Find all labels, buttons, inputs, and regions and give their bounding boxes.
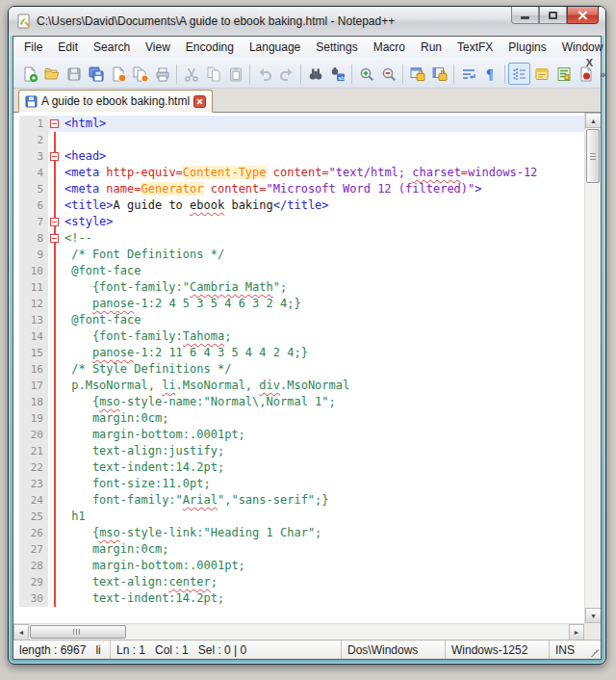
save-button[interactable] (63, 63, 85, 85)
open-file-button[interactable] (40, 63, 63, 85)
editor[interactable]: 1<html>23<head>4<meta http-equiv=Content… (13, 113, 601, 640)
menu-window[interactable]: Window (554, 39, 611, 56)
menubar-close-x[interactable]: X (586, 58, 593, 68)
scroll-left-arrow[interactable]: ◄ (13, 624, 29, 640)
editor-line[interactable]: 24 font-family:"Arial","sans-serif";} (13, 492, 584, 509)
editor-line[interactable]: 22 text-indent:14.2pt; (13, 459, 584, 476)
editor-line[interactable]: 18 {mso-style-name:"Normal\,Normal 1"; (13, 394, 584, 410)
paste-button[interactable] (224, 63, 246, 85)
copy-button[interactable] (202, 63, 224, 85)
editor-line[interactable]: 23 font-size:11.0pt; (13, 476, 584, 492)
tab-close-icon[interactable] (193, 95, 206, 108)
menu-encoding[interactable]: Encoding (178, 39, 242, 56)
editor-line[interactable]: 30 text-indent:14.2pt; (13, 590, 584, 607)
menu-plugins[interactable]: Plugins (500, 39, 553, 56)
editor-line[interactable]: 25 h1 (13, 509, 584, 525)
scroll-up-arrow[interactable]: ▲ (585, 113, 601, 128)
save-all-button[interactable] (85, 63, 107, 85)
editor-line[interactable]: 8<!-- (13, 230, 584, 247)
resize-grip[interactable] (587, 641, 601, 659)
minimize-button[interactable] (511, 7, 539, 24)
fold-collapse-icon[interactable] (50, 234, 59, 243)
line-number: 23 (19, 476, 48, 492)
status-eol-format[interactable]: Dos\Windows (341, 641, 445, 659)
fold-margin-cell[interactable] (48, 116, 62, 132)
status-insert-mode[interactable]: INS (549, 641, 587, 659)
editor-line[interactable]: 11 {font-family:"Cambria Math"; (13, 279, 584, 296)
menu-view[interactable]: View (138, 39, 178, 56)
editor-line[interactable]: 13 @font-face (13, 312, 584, 328)
zoom-out-button[interactable] (377, 63, 399, 85)
fold-margin-cell[interactable] (48, 148, 62, 165)
vertical-scrollbar[interactable]: ▲ ▼ (584, 113, 601, 623)
menu-language[interactable]: Language (242, 39, 308, 56)
editor-line[interactable]: 15 panose-1:2 11 6 4 3 5 4 4 2 4;} (13, 345, 584, 361)
horizontal-scroll-thumb[interactable] (30, 625, 126, 639)
editor-line[interactable]: 16 /* Style Definitions */ (13, 361, 584, 378)
menu-run[interactable]: Run (413, 39, 449, 56)
line-number: 3 (19, 148, 48, 165)
close-button[interactable] (107, 63, 129, 85)
close-button[interactable] (567, 7, 599, 24)
editor-line[interactable]: 12 panose-1:2 4 5 3 5 4 6 3 2 4;} (13, 296, 584, 312)
scroll-down-arrow[interactable]: ▼ (585, 608, 601, 623)
show-all-characters-button[interactable]: ¶ (479, 63, 501, 85)
sync-scroll-horizontal-button[interactable] (428, 63, 450, 85)
editor-line[interactable]: 27 margin:0cm; (13, 541, 584, 558)
editor-line[interactable]: 20 margin-bottom:.0001pt; (13, 427, 584, 443)
code-area[interactable]: 1<html>23<head>4<meta http-equiv=Content… (13, 113, 584, 623)
menu-help[interactable]: ? (610, 39, 616, 56)
vertical-scroll-thumb[interactable] (586, 129, 600, 183)
word-wrap-button[interactable] (457, 63, 479, 85)
menu-textfx[interactable]: TextFX (449, 39, 500, 56)
fold-collapse-icon[interactable] (50, 152, 59, 161)
scroll-right-arrow[interactable]: ► (569, 624, 584, 640)
maximize-button[interactable] (539, 7, 567, 24)
sync-scroll-vertical-button[interactable] (406, 63, 428, 85)
redo-button[interactable] (275, 63, 297, 85)
editor-line[interactable]: 2 (13, 132, 584, 148)
titlebar[interactable]: C:\Users\David\Documents\A guide to eboo… (9, 7, 605, 36)
menu-edit[interactable]: Edit (50, 39, 86, 56)
horizontal-scrollbar[interactable]: ◄ ► (13, 623, 584, 640)
menu-macro[interactable]: Macro (366, 39, 413, 56)
zoom-in-button[interactable] (355, 63, 377, 85)
show-indent-guide-button[interactable] (508, 63, 530, 85)
editor-line[interactable]: 17 p.MsoNormal, li.MsoNormal, div.MsoNor… (13, 378, 584, 394)
menu-search[interactable]: Search (86, 39, 138, 56)
fold-margin-cell[interactable] (48, 214, 62, 230)
editor-line[interactable]: 9 /* Font Definitions */ (13, 247, 584, 263)
editor-line[interactable]: 5<meta name=Generator content="Microsoft… (13, 181, 584, 197)
toolbar-overflow-chevron[interactable]: » (600, 68, 605, 80)
editor-line[interactable]: 19 margin:0cm; (13, 410, 584, 427)
user-defined-dialog-button[interactable] (530, 63, 552, 85)
menu-settings[interactable]: Settings (308, 39, 365, 56)
tab-active[interactable]: A guide to ebook baking.html (18, 90, 213, 113)
editor-line[interactable]: 21 text-align:justify; (13, 443, 584, 459)
editor-line[interactable]: 28 margin-bottom:.0001pt; (13, 558, 584, 574)
editor-line[interactable]: 1<html> (13, 116, 584, 132)
editor-line[interactable]: 29 text-align:center; (13, 574, 584, 590)
editor-line[interactable]: 26 {mso-style-link:"Heading 1 Char"; (13, 525, 584, 541)
close-all-button[interactable] (129, 63, 151, 85)
line-number: 18 (19, 394, 48, 410)
editor-line[interactable]: 10 @font-face (13, 263, 584, 279)
editor-line[interactable]: 6<title>A guide to ebook baking</title> (13, 197, 584, 214)
cut-button[interactable] (180, 63, 202, 85)
undo-button[interactable] (253, 63, 275, 85)
menu-file[interactable]: File (16, 39, 50, 56)
editor-line[interactable]: 4<meta http-equiv=Content-Type content="… (13, 165, 584, 181)
find-button[interactable] (304, 63, 326, 85)
document-map-button[interactable] (552, 63, 575, 85)
print-button[interactable] (151, 63, 173, 85)
editor-line[interactable]: 3<head> (13, 148, 584, 165)
fold-collapse-icon[interactable] (50, 119, 59, 128)
editor-line[interactable]: 7<style> (13, 214, 584, 230)
new-file-button[interactable] (18, 63, 40, 85)
status-encoding[interactable]: Windows-1252 (445, 641, 549, 659)
fold-margin-cell[interactable] (48, 230, 62, 247)
fold-collapse-icon[interactable] (50, 218, 59, 226)
replace-button[interactable]: ab (326, 63, 348, 85)
editor-line[interactable]: 14 {font-family:Tahoma; (13, 328, 584, 345)
notepadpp-app-icon[interactable] (16, 13, 32, 29)
